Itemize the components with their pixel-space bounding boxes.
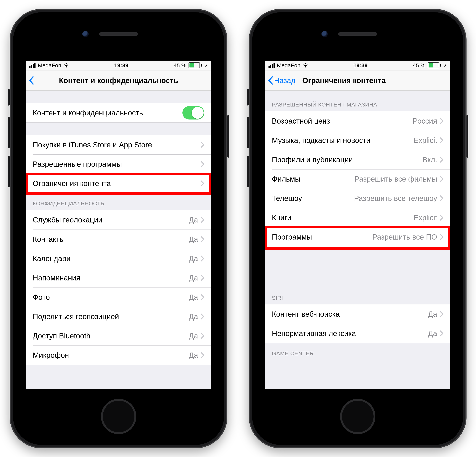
row-value: Explicit: [414, 213, 437, 222]
row-label: Службы геолокации: [33, 215, 189, 224]
wifi-icon: [64, 63, 69, 67]
row-label: Напоминания: [33, 273, 189, 283]
row-value: Да: [189, 331, 198, 341]
row-explicit-language[interactable]: Ненормативная лексика Да: [265, 324, 450, 343]
row-share-location[interactable]: Поделиться геопозицией Да: [26, 307, 211, 326]
back-button[interactable]: [26, 76, 34, 85]
carrier-label: MegaFon: [38, 62, 61, 69]
battery-icon: [188, 62, 202, 68]
siri-header: SIRI: [265, 288, 450, 304]
signal-icon: [29, 63, 35, 68]
front-camera-icon: [82, 31, 89, 37]
row-label: Контакты: [33, 234, 189, 244]
chevron-right-icon: [201, 236, 204, 242]
chevron-right-icon: [201, 313, 204, 320]
chevron-right-icon: [440, 330, 443, 337]
row-reminders[interactable]: Напоминания Да: [26, 268, 211, 288]
row-photos[interactable]: Фото Да: [26, 288, 211, 307]
siri-section: Контент веб-поиска Да Ненормативная лекс…: [265, 304, 450, 343]
chevron-right-icon: [201, 161, 204, 167]
privacy-header: КОНФИДЕНЦИАЛЬНОСТЬ: [26, 193, 211, 210]
row-profiles-publications[interactable]: Профили и публикации Вкл.: [265, 150, 450, 169]
row-label: Телешоу: [272, 194, 354, 203]
front-camera-icon: [322, 31, 328, 37]
row-tv-shows[interactable]: Телешоу Разрешить все телешоу: [265, 189, 450, 208]
toggle-group: Контент и конфиденциальность: [26, 103, 211, 123]
nav-bar: Контент и конфиденциальность: [26, 70, 211, 91]
chevron-right-icon: [201, 294, 204, 300]
row-value: Да: [189, 350, 198, 360]
home-button[interactable]: [101, 399, 136, 434]
row-value: Разрешить все телешоу: [354, 194, 437, 203]
row-value: Разрешить все фильмы: [354, 174, 437, 184]
chevron-right-icon: [440, 234, 443, 240]
speaker-icon: [99, 32, 138, 36]
content-privacy-toggle-row: Контент и конфиденциальность: [26, 103, 211, 123]
chevron-right-icon: [440, 176, 443, 182]
back-label: Назад: [274, 76, 296, 85]
chevron-right-icon: [440, 215, 443, 221]
row-value: Вкл.: [423, 155, 437, 164]
battery-icon: [428, 62, 441, 68]
row-label: Покупки в iTunes Store и App Store: [33, 140, 201, 150]
battery-percent: 45 %: [174, 62, 186, 69]
speaker-icon: [338, 32, 377, 36]
chevron-right-icon: [201, 255, 204, 262]
row-label: Фильмы: [272, 174, 354, 184]
row-label: Музыка, подкасты и новости: [272, 136, 414, 145]
row-location-services[interactable]: Службы геолокации Да: [26, 210, 211, 230]
screen-right: MegaFon 19:39 45 % ⚡︎ Назад: [265, 61, 450, 389]
row-value: Да: [189, 273, 198, 283]
privacy-section: Службы геолокации Да Контакты Да Календа…: [26, 210, 211, 365]
wifi-icon: [303, 63, 308, 67]
content-privacy-switch[interactable]: [182, 106, 204, 119]
status-time: 19:39: [114, 62, 128, 69]
row-label: Книги: [272, 213, 414, 222]
row-apps[interactable]: Программы Разрешить все ПО: [265, 227, 450, 247]
chevron-right-icon: [201, 180, 204, 187]
row-microphone[interactable]: Микрофон Да: [26, 346, 211, 365]
screen-left: MegaFon 19:39 45 % ⚡︎ Контент и ко: [26, 61, 211, 389]
row-label: Ненормативная лексика: [272, 329, 428, 338]
row-label: Программы: [272, 232, 372, 241]
row-books[interactable]: Книги Explicit: [265, 208, 450, 227]
toggle-label: Контент и конфиденциальность: [33, 108, 182, 117]
row-value: Да: [189, 312, 198, 321]
row-content-restrictions[interactable]: Ограничения контента: [26, 174, 211, 193]
chevron-right-icon: [440, 118, 443, 124]
back-button[interactable]: Назад: [265, 76, 296, 85]
row-value: Да: [189, 234, 198, 244]
home-button[interactable]: [340, 399, 375, 434]
status-time: 19:39: [353, 62, 368, 69]
row-allowed-apps[interactable]: Разрешенные программы: [26, 154, 211, 174]
row-value: Разрешить все ПО: [372, 232, 437, 241]
row-contacts[interactable]: Контакты Да: [26, 230, 211, 249]
chevron-right-icon: [201, 275, 204, 281]
row-value: Да: [189, 215, 198, 224]
chevron-right-icon: [201, 333, 204, 339]
row-calendars[interactable]: Календари Да: [26, 249, 211, 268]
row-itunes-appstore-purchases[interactable]: Покупки в iTunes Store и App Store: [26, 135, 211, 154]
chevron-right-icon: [440, 195, 443, 201]
phone-left: MegaFon 19:39 45 % ⚡︎ Контент и ко: [10, 9, 227, 448]
row-age-rating[interactable]: Возрастной ценз Россия: [265, 111, 450, 131]
row-value: Да: [428, 329, 437, 338]
row-label: Ограничения контента: [33, 179, 201, 188]
chevron-right-icon: [440, 137, 443, 143]
row-label: Фото: [33, 292, 189, 302]
chevron-left-icon: [29, 76, 34, 85]
game-center-header: GAME CENTER: [265, 343, 450, 360]
row-value: Да: [189, 254, 198, 263]
charging-icon: ⚡︎: [204, 63, 208, 68]
row-label: Разрешенные программы: [33, 159, 201, 169]
row-music-podcasts-news[interactable]: Музыка, подкасты и новости Explicit: [265, 131, 450, 150]
chevron-right-icon: [440, 157, 443, 163]
row-label: Контент веб-поиска: [272, 309, 428, 319]
row-value: Россия: [413, 116, 437, 126]
nav-bar: Назад Ограничения контента: [265, 70, 450, 91]
row-bluetooth[interactable]: Доступ Bluetooth Да: [26, 326, 211, 346]
row-label: Календари: [33, 254, 189, 263]
phone-right: MegaFon 19:39 45 % ⚡︎ Назад: [249, 9, 467, 448]
row-movies[interactable]: Фильмы Разрешить все фильмы: [265, 169, 450, 189]
row-web-search-content[interactable]: Контент веб-поиска Да: [265, 304, 450, 324]
